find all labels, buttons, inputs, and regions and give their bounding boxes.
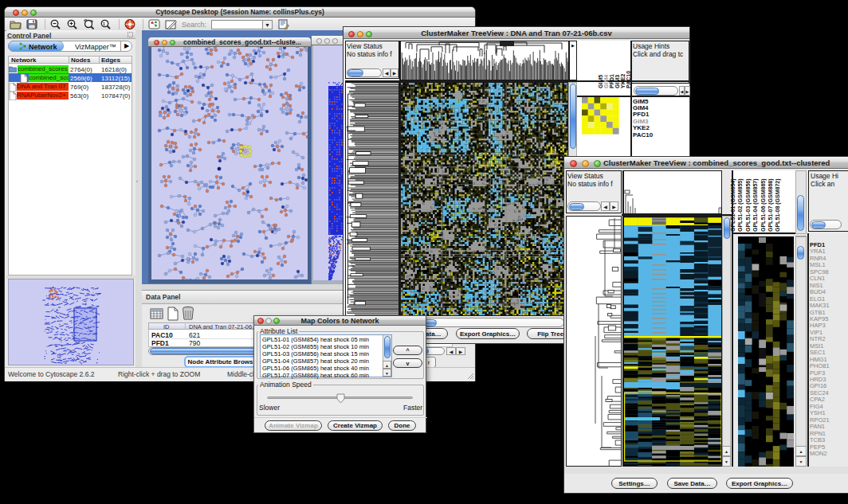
- svg-text:1: 1: [103, 21, 105, 26]
